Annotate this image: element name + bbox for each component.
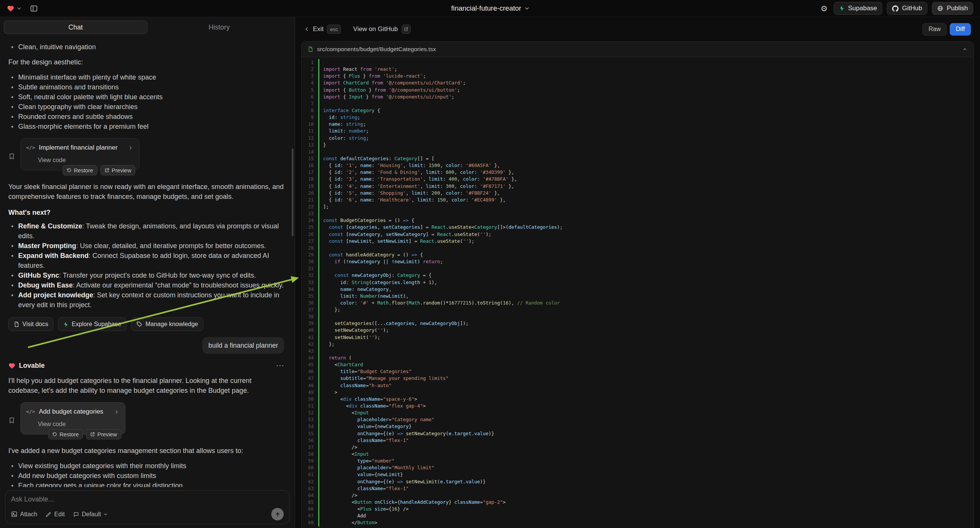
- code-line: 21 { id: '6', name: 'Healthcare', limit:…: [302, 197, 974, 204]
- chat-input[interactable]: Ask Lovable...: [11, 495, 284, 503]
- line-text: <Button onClick={handleAddCategory} clas…: [323, 499, 506, 506]
- button-label: Manage knowledge: [145, 321, 198, 328]
- code-line: 60 placeholder="Monthly limit": [302, 464, 974, 471]
- pencil-icon: [45, 511, 51, 517]
- mode-select[interactable]: Default: [73, 511, 107, 518]
- line-text: value={newLimit}: [323, 471, 403, 478]
- button-label: Explore Supabase: [72, 321, 121, 328]
- attach-label: Attach: [20, 511, 37, 518]
- rich-bullet-list: Refine & Customize: Tweak the design, an…: [8, 221, 284, 310]
- line-text: value={newCategory}: [323, 423, 411, 430]
- code-line: 25 const [categories, setCategories] = R…: [302, 224, 974, 231]
- line-number: 42: [302, 341, 318, 348]
- diff-added-bar: [318, 121, 319, 128]
- edit-button[interactable]: Edit: [45, 511, 65, 518]
- explore-supabase-button[interactable]: Explore Supabase: [58, 317, 127, 331]
- github-button[interactable]: GitHub: [887, 2, 928, 15]
- diff-button[interactable]: Diff: [950, 23, 971, 36]
- collapse-chevron-up-icon[interactable]: [962, 46, 967, 52]
- diff-added-bar: [318, 492, 319, 499]
- diff-added-bar: [318, 451, 319, 458]
- supabase-button[interactable]: Supabase: [834, 2, 883, 15]
- code-line: 17 { id: '2', name: 'Food & Dining', lim…: [302, 169, 974, 176]
- chat-composer: Ask Lovable... Attach Edit Default: [5, 490, 290, 524]
- preview-button[interactable]: Preview: [86, 429, 121, 439]
- chat-paragraph: I've added a new budget categories manag…: [8, 446, 284, 456]
- settings-gear-icon[interactable]: ⚙: [821, 5, 828, 13]
- chat-paragraph: I'll help you add budget categories to t…: [8, 376, 284, 396]
- line-text: import ChartCard from '@/components/ui/C…: [323, 80, 466, 86]
- code-line: 61 value={newLimit}: [302, 471, 974, 478]
- line-number: 9: [302, 114, 318, 121]
- line-number: 13: [302, 142, 318, 148]
- attach-button[interactable]: Attach: [11, 511, 37, 518]
- exit-button[interactable]: Exit esc: [304, 25, 341, 34]
- project-switcher[interactable]: financial-future-creator: [451, 4, 529, 13]
- diff-added-bar: [318, 148, 319, 155]
- bullet-dot: [11, 475, 13, 477]
- code-line: 57 />: [302, 444, 974, 451]
- tool-card-header[interactable]: </>Implement financial planner: [26, 143, 133, 153]
- message-menu-button[interactable]: ⋯: [276, 361, 284, 370]
- tab-chat[interactable]: Chat: [4, 21, 147, 34]
- preview-button[interactable]: Preview: [100, 165, 135, 175]
- line-number: 31: [302, 265, 318, 272]
- view-code-link[interactable]: View code: [38, 155, 133, 165]
- line-number: 59: [302, 458, 318, 464]
- preview-icon: [90, 432, 95, 437]
- lovable-heart-logo[interactable]: [7, 5, 14, 12]
- tool-card-header[interactable]: </>Add budget categories: [26, 407, 119, 417]
- line-number: 53: [302, 416, 318, 423]
- line-text: className="flex-1": [323, 437, 409, 444]
- send-button[interactable]: [271, 508, 284, 520]
- diff-added-bar: [318, 499, 319, 506]
- line-number: 12: [302, 135, 318, 142]
- line-text: onChange={(e) => setNewCategory(e.target…: [323, 430, 494, 437]
- diff-added-bar: [318, 100, 319, 107]
- line-number: 25: [302, 224, 318, 231]
- bullet-text: Clean, intuitive navigation: [18, 42, 96, 52]
- bullet-dot: [11, 245, 13, 247]
- line-text: const newCategoryObj: Category = {: [323, 272, 431, 279]
- bullet-item: Glass-morphic elements for a premium fee…: [11, 122, 284, 132]
- bullet-rest: : Transfer your project's code to GitHub…: [59, 272, 256, 279]
- diff-added-bar: [318, 464, 319, 471]
- raw-button[interactable]: Raw: [923, 23, 947, 36]
- diff-added-bar: [318, 279, 319, 286]
- chat-paragraph: For the design aesthetic:: [8, 57, 284, 67]
- file-header[interactable]: src/components/budget/BudgetCategories.t…: [302, 42, 974, 57]
- chevron-down-icon[interactable]: [17, 7, 21, 10]
- line-number: 43: [302, 348, 318, 355]
- code-line: 44 return (: [302, 355, 974, 361]
- manage-knowledge-button[interactable]: Manage knowledge: [131, 317, 204, 331]
- tab-history[interactable]: History: [147, 21, 291, 34]
- bullet-lead: Add project knowledge: [18, 291, 93, 299]
- bullet-text: Clean typography with clear hierarchies: [18, 102, 137, 112]
- restore-button[interactable]: Restore: [48, 429, 83, 439]
- code-line: 4import ChartCard from '@/components/ui/…: [302, 80, 974, 86]
- restore-button[interactable]: Restore: [62, 165, 97, 175]
- visit-docs-button[interactable]: Visit docs: [8, 317, 53, 331]
- line-text: const handleAddCategory = () => {: [323, 251, 423, 258]
- chat-scrollbar[interactable]: [292, 148, 294, 236]
- code-editor[interactable]: 12import React from 'react';3import { Pl…: [302, 57, 974, 528]
- view-on-github-button[interactable]: View on GitHub: [353, 25, 410, 34]
- sidebar-toggle-icon[interactable]: [30, 5, 38, 13]
- code-line: 32 const newCategoryObj: Category = {: [302, 272, 974, 279]
- publish-button[interactable]: Publish: [932, 2, 973, 15]
- diff-added-bar: [318, 355, 319, 361]
- tool-card[interactable]: </>Add budget categoriesView codeRestore…: [21, 402, 126, 434]
- diff-added-bar: [318, 190, 319, 197]
- line-text: { id: '5', name: 'Shopping', limit: 200,…: [323, 190, 500, 197]
- tool-card[interactable]: </>Implement financial plannerView codeR…: [21, 138, 139, 170]
- chip-label: Restore: [74, 165, 93, 175]
- view-code-link[interactable]: View code: [38, 419, 119, 429]
- code-icon: </>: [26, 143, 35, 153]
- file-icon: [308, 46, 313, 52]
- tool-card-title: Add budget categories: [39, 407, 103, 417]
- line-number: 49: [302, 389, 318, 396]
- code-line: 19 { id: '4', name: 'Entertainment', lim…: [302, 183, 974, 190]
- line-text: }: [323, 142, 326, 148]
- bullet-text: Expand with Backend: Connect Supabase to…: [18, 251, 284, 270]
- line-number: 15: [302, 155, 318, 162]
